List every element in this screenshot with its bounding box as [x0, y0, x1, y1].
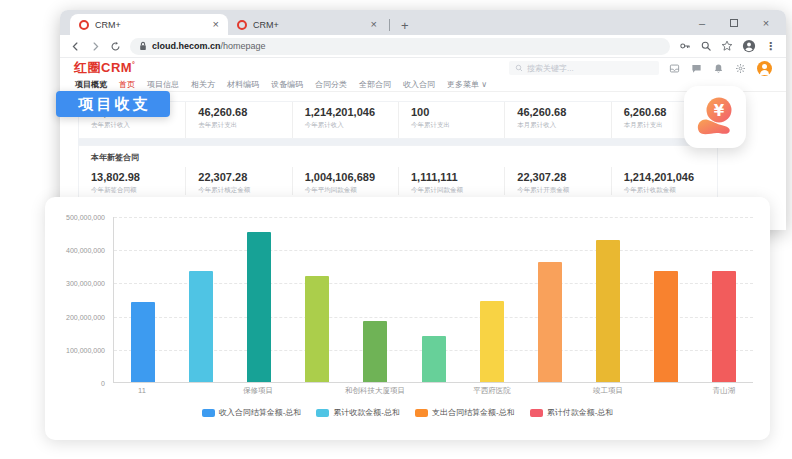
stat-value: 1,214,201,046 — [305, 106, 398, 118]
profile-avatar-icon[interactable] — [742, 39, 756, 53]
nav-item[interactable]: 材料编码 — [227, 79, 259, 90]
legend-label: 累计付款金额-总和 — [547, 407, 614, 418]
forward-button[interactable] — [90, 41, 101, 52]
x-tick-label — [405, 386, 463, 396]
url-text: cloud.hecom.cn/homepage — [152, 41, 266, 51]
stat-label: 去年累计支出 — [198, 121, 291, 130]
message-icon[interactable] — [691, 63, 702, 74]
tab-title: CRM+ — [253, 20, 365, 30]
stat-value: 13,802.98 — [91, 171, 185, 183]
bar-slot — [521, 217, 579, 382]
url-domain: cloud.hecom.cn — [152, 41, 221, 51]
zoom-icon[interactable] — [700, 40, 712, 52]
y-tick-label: 100,000,000 — [66, 347, 105, 354]
plot-area — [113, 217, 753, 383]
nav-item[interactable]: 项目信息 — [147, 79, 179, 90]
crm-favicon-icon — [237, 20, 247, 30]
bar[interactable] — [654, 271, 678, 382]
bar-slot — [114, 217, 172, 382]
x-tick-label — [171, 386, 229, 396]
search-input[interactable] — [527, 64, 637, 73]
x-tick-label — [521, 386, 579, 396]
inbox-icon[interactable] — [669, 63, 680, 74]
bar-slot — [637, 217, 695, 382]
maximize-icon — [730, 19, 738, 27]
nav-item[interactable]: 设备编码 — [271, 79, 303, 90]
bar[interactable] — [189, 271, 213, 382]
bar[interactable] — [305, 276, 329, 382]
legend-chip — [530, 409, 543, 417]
x-tick-label: 和创科技大厦项目 — [345, 386, 405, 396]
legend-chip — [415, 409, 428, 417]
nav-item[interactable]: 首页 — [119, 79, 135, 90]
browser-tab-1[interactable]: CRM+ × — [70, 14, 228, 35]
bar[interactable] — [131, 302, 155, 382]
legend-item[interactable]: 收入合同结算金额-总和 — [202, 407, 302, 418]
maximize-button[interactable] — [718, 10, 750, 35]
bar[interactable] — [712, 271, 736, 382]
bar[interactable] — [247, 232, 271, 382]
browser-menu-icon[interactable]: ⋮ — [765, 40, 776, 53]
padlock-icon — [139, 41, 147, 51]
stat-value: 22,307.28 — [517, 171, 610, 183]
bar-slot — [695, 217, 753, 382]
x-tick-label: 青山湖 — [695, 386, 753, 396]
stat-item: 46,260.68去年累计支出 — [185, 102, 291, 138]
bar[interactable] — [422, 336, 446, 382]
tab-strip: CRM+ × CRM+ × + – × — [60, 10, 786, 35]
nav-item[interactable]: 合同分类 — [315, 79, 347, 90]
window-controls: – × — [686, 10, 782, 35]
nav-item[interactable]: 收入合同 — [403, 79, 435, 90]
bar[interactable] — [363, 321, 387, 382]
minimize-button[interactable]: – — [686, 10, 718, 35]
nav-item[interactable]: 项目概览 — [75, 79, 107, 90]
stat-label: 今年平均回款金额 — [305, 186, 398, 195]
legend-item[interactable]: 累计付款金额-总和 — [530, 407, 614, 418]
stat-value: 100 — [411, 106, 504, 118]
y-tick-label: 300,000,000 — [66, 280, 105, 287]
crm-search-box[interactable] — [509, 61, 659, 75]
bar[interactable] — [538, 262, 562, 382]
nav-item[interactable]: 相关方 — [191, 79, 215, 90]
bar[interactable] — [596, 240, 620, 382]
address-bar[interactable]: cloud.hecom.cn/homepage — [130, 38, 670, 55]
svg-text:¥: ¥ — [714, 102, 725, 120]
nav-item[interactable]: 更多菜单 ∨ — [447, 79, 487, 90]
browser-tab-2[interactable]: CRM+ × — [228, 14, 386, 35]
tab-close-icon[interactable]: × — [371, 19, 377, 30]
back-button[interactable] — [70, 41, 81, 52]
bookmark-star-icon[interactable] — [721, 40, 733, 52]
x-tick-label: 保修项目 — [229, 386, 287, 396]
nav-menu: 项目概览首页项目信息相关方材料编码设备编码合同分类全部合同收入合同更多菜单 ∨ — [60, 77, 786, 92]
hand-coin-yen-icon: ¥ — [693, 95, 737, 139]
bar-slot — [230, 217, 288, 382]
stat-value: 46,260.68 — [517, 106, 610, 118]
legend-chip — [202, 409, 215, 417]
legend-label: 收入合同结算金额-总和 — [219, 407, 302, 418]
stat-item: 1,214,201,046今年累计收款金额 — [611, 167, 717, 195]
key-icon[interactable] — [679, 40, 691, 52]
bar[interactable] — [480, 301, 504, 382]
bar-slot — [288, 217, 346, 382]
settings-gear-icon[interactable] — [735, 63, 746, 74]
bell-icon[interactable] — [713, 63, 724, 74]
crm-header: 红圈CRM° — [60, 58, 786, 77]
nav-item[interactable]: 全部合同 — [359, 79, 391, 90]
legend-item[interactable]: 支出合同结算金额-总和 — [415, 407, 515, 418]
stat-value: 1,111,111 — [411, 171, 504, 183]
tab-close-icon[interactable]: × — [213, 19, 219, 30]
close-button[interactable]: × — [750, 10, 782, 35]
stat-label: 今年累计核定金额 — [198, 186, 291, 195]
legend-item[interactable]: 累计收款金额-总和 — [316, 407, 400, 418]
search-icon — [515, 64, 523, 72]
money-hand-card: ¥ — [684, 86, 746, 148]
tab-title: CRM+ — [95, 20, 207, 30]
new-tab-button[interactable]: + — [401, 19, 409, 32]
stat-item: 46,260.68本月累计收入 — [504, 102, 610, 138]
user-avatar[interactable] — [757, 61, 772, 76]
stats-row-1: 23,820.79去年累计收入46,260.68去年累计支出1,214,201,… — [78, 101, 718, 139]
reload-button[interactable] — [110, 41, 121, 52]
stat-item: 1,214,201,046今年累计收入 — [292, 102, 398, 138]
stat-label: 今年累计收款金额 — [624, 186, 717, 195]
bar-slot — [579, 217, 637, 382]
